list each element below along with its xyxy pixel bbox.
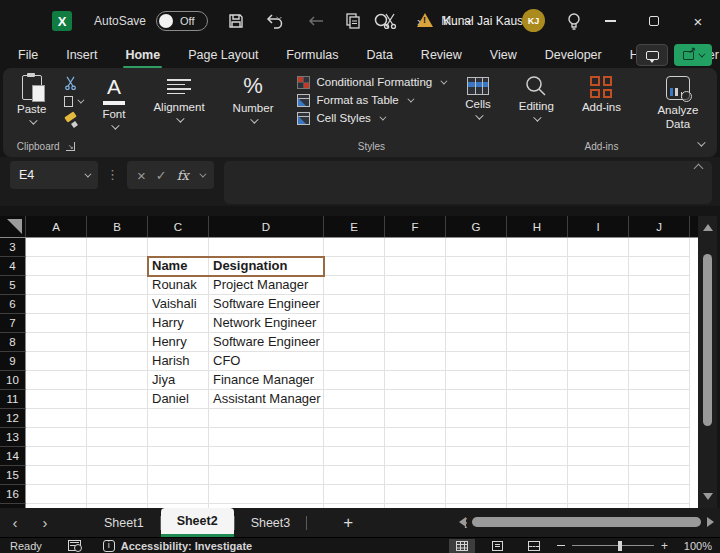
cell-B3[interactable] [87, 238, 148, 257]
cell-F15[interactable] [385, 466, 446, 485]
cell-G9[interactable] [446, 352, 507, 371]
cell-E3[interactable] [324, 238, 385, 257]
maximize-button[interactable] [632, 0, 676, 42]
formula-input[interactable] [224, 161, 712, 204]
cell-H16[interactable] [507, 485, 568, 504]
cell-H11[interactable] [507, 390, 568, 409]
cell-I11[interactable] [568, 390, 629, 409]
page-break-view-button[interactable] [521, 539, 547, 553]
cell-A8[interactable] [26, 333, 87, 352]
column-header-I[interactable]: I [568, 216, 629, 237]
cell-E16[interactable] [324, 485, 385, 504]
cell-H4[interactable] [507, 257, 568, 276]
cell-G12[interactable] [446, 409, 507, 428]
cell-C4[interactable]: Name [148, 257, 209, 276]
sheet-tab-sheet2[interactable]: Sheet2 [161, 508, 234, 537]
column-header-A[interactable]: A [26, 216, 87, 237]
scroll-down-icon[interactable] [703, 493, 713, 500]
tab-file[interactable]: File [16, 44, 40, 66]
cell-B11[interactable] [87, 390, 148, 409]
cell-G3[interactable] [446, 238, 507, 257]
tab-formulas[interactable]: Formulas [284, 44, 340, 66]
cell-C14[interactable] [148, 447, 209, 466]
autosave-toggle[interactable]: Off [156, 11, 208, 31]
cell-C15[interactable] [148, 466, 209, 485]
cell-J15[interactable] [629, 466, 690, 485]
cell-I5[interactable] [568, 276, 629, 295]
cell-E4[interactable] [324, 257, 385, 276]
cell-A5[interactable] [26, 276, 87, 295]
horizontal-scroll-thumb[interactable] [472, 517, 701, 527]
search-icon[interactable] [372, 11, 392, 31]
vertical-scrollbar[interactable] [698, 216, 717, 508]
cell-E11[interactable] [324, 390, 385, 409]
cell-F9[interactable] [385, 352, 446, 371]
row-header-14[interactable]: 14 [0, 447, 26, 466]
close-button[interactable]: × [676, 0, 720, 42]
scroll-up-icon[interactable] [703, 224, 713, 231]
cell-C13[interactable] [148, 428, 209, 447]
horizontal-scrollbar[interactable] [459, 514, 714, 530]
cell-B10[interactable] [87, 371, 148, 390]
zoom-out-icon[interactable] [557, 545, 565, 547]
cell-H15[interactable] [507, 466, 568, 485]
cell-I14[interactable] [568, 447, 629, 466]
row-header-11[interactable]: 11 [0, 390, 26, 409]
row-header-5[interactable]: 5 [0, 276, 26, 295]
tab-insert[interactable]: Insert [64, 44, 99, 66]
cell-D12[interactable] [209, 409, 324, 428]
cell-C11[interactable]: Daniel [148, 390, 209, 409]
insert-function-icon[interactable]: fx [177, 168, 189, 183]
formula-bar-handle[interactable]: ⋮ [106, 167, 119, 182]
cell-H6[interactable] [507, 295, 568, 314]
cell-H3[interactable] [507, 238, 568, 257]
cell-H14[interactable] [507, 447, 568, 466]
cell-C9[interactable]: Harish [148, 352, 209, 371]
cell-I12[interactable] [568, 409, 629, 428]
cell-J4[interactable] [629, 257, 690, 276]
new-sheet-button[interactable]: + [343, 513, 353, 533]
name-box[interactable]: E4 [10, 161, 98, 189]
cell-B4[interactable] [87, 257, 148, 276]
cell-B7[interactable] [87, 314, 148, 333]
cell-H9[interactable] [507, 352, 568, 371]
cell-B5[interactable] [87, 276, 148, 295]
row-header-15[interactable]: 15 [0, 466, 26, 485]
cell-F10[interactable] [385, 371, 446, 390]
cell-B6[interactable] [87, 295, 148, 314]
cell-B16[interactable] [87, 485, 148, 504]
format-painter-button[interactable] [64, 113, 82, 128]
cell-A14[interactable] [26, 447, 87, 466]
conditional-formatting-button[interactable]: Conditional Formatting [297, 73, 445, 91]
editing-menu-button[interactable]: Editing [511, 73, 562, 122]
accessibility-status[interactable]: Accessibility: Investigate [121, 540, 252, 552]
row-header-9[interactable]: 9 [0, 352, 26, 371]
number-menu-button[interactable]: % Number [225, 73, 282, 124]
cell-B14[interactable] [87, 447, 148, 466]
cell-C6[interactable]: Vaishali [148, 295, 209, 314]
cell-F16[interactable] [385, 485, 446, 504]
cell-E6[interactable] [324, 295, 385, 314]
cell-B9[interactable] [87, 352, 148, 371]
cell-D9[interactable]: CFO [209, 352, 324, 371]
cell-A12[interactable] [26, 409, 87, 428]
copy-button[interactable] [64, 94, 82, 109]
cell-E14[interactable] [324, 447, 385, 466]
cell-D14[interactable] [209, 447, 324, 466]
cell-I9[interactable] [568, 352, 629, 371]
cell-G6[interactable] [446, 295, 507, 314]
cell-A10[interactable] [26, 371, 87, 390]
cell-A15[interactable] [26, 466, 87, 485]
normal-view-button[interactable] [449, 539, 475, 553]
cell-F12[interactable] [385, 409, 446, 428]
cell-G11[interactable] [446, 390, 507, 409]
row-header-7[interactable]: 7 [0, 314, 26, 333]
warning-icon[interactable] [417, 13, 433, 27]
zoom-in-icon[interactable]: + [661, 539, 668, 553]
cell-E12[interactable] [324, 409, 385, 428]
tab-developer[interactable]: Developer [543, 44, 604, 66]
column-header-C[interactable]: C [148, 216, 209, 237]
row-header-13[interactable]: 13 [0, 428, 26, 447]
cell-J11[interactable] [629, 390, 690, 409]
cell-J10[interactable] [629, 371, 690, 390]
